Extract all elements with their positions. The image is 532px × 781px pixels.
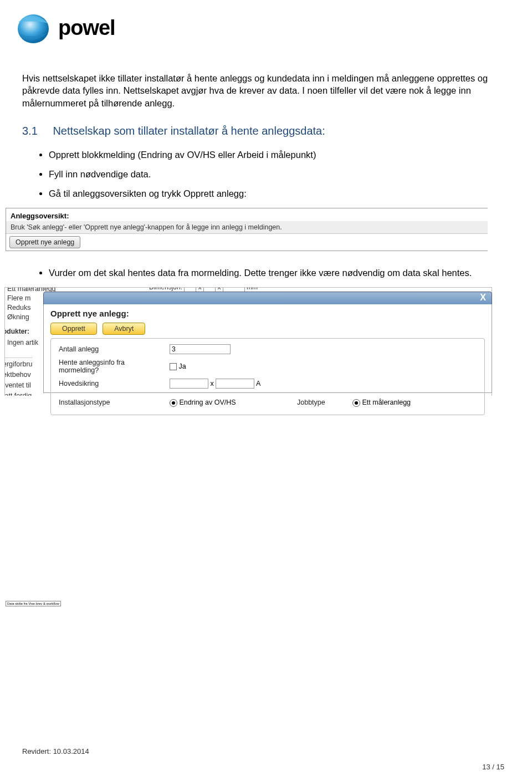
anleggsoversikt-panel: Anleggsoversikt: Bruk 'Søk anlegg'- elle… — [6, 208, 488, 251]
antall-anlegg-input[interactable] — [170, 344, 231, 354]
label-installasjonstype: Installasjonstype — [57, 391, 167, 409]
section-heading: 3.1 Nettselskap som tillater installatør… — [22, 125, 510, 137]
bg-text: ektbehov — [4, 370, 33, 380]
installasjonstype-option: Endring av OV/HS — [179, 399, 236, 406]
label-hovedsikring: Hovedsikring — [57, 376, 167, 391]
bg-text: odukter: — [4, 328, 29, 335]
section-number: 3.1 — [22, 125, 38, 137]
page-number: 13 / 15 — [482, 763, 504, 771]
label-ja: Ja — [178, 363, 186, 370]
modal-title: Opprett nye anlegg: — [50, 309, 485, 318]
opprett-button[interactable]: Opprett — [50, 323, 97, 335]
modal-titlebar: X — [43, 292, 492, 305]
hovedsikring-input-2[interactable] — [216, 379, 254, 389]
close-icon[interactable]: X — [480, 293, 486, 303]
label-x: x — [210, 380, 213, 387]
label-hente-mormelding: Hente anleggsinfo fra mormelding? — [57, 356, 167, 376]
list-item: Opprett blokkmelding (Endring av OV/HS e… — [49, 150, 510, 160]
list-item: Gå til anleggsoversikten og trykk Oppret… — [49, 188, 510, 199]
bullet-list-1: Opprett blokkmelding (Endring av OV/HS e… — [22, 150, 510, 199]
label-antall-anlegg: Antall anlegg — [57, 342, 167, 356]
panel-hint: Bruk 'Søk anlegg'- eller 'Opprett nye an… — [6, 221, 488, 233]
powel-logo-icon — [14, 11, 53, 44]
bullet-list-2: Vurder om det skal hentes data fra morme… — [22, 268, 510, 278]
hente-checkbox[interactable] — [170, 363, 177, 370]
panel-title: Anleggsoversikt: — [6, 208, 488, 221]
brand-header: powel — [14, 11, 510, 44]
hovedsikring-input-1[interactable] — [170, 379, 208, 389]
tiny-caption: Data skilte fra Vise brev & worklfow — [6, 601, 61, 606]
intro-paragraph: Hvis nettselskapet ikke tillater install… — [22, 72, 510, 109]
installasjonstype-radio[interactable] — [170, 399, 177, 407]
opprett-nye-anlegg-button[interactable]: Opprett nye anlegg — [9, 236, 80, 248]
bg-text: ergiforbru — [4, 359, 33, 370]
opprett-modal: Opprett nye anlegg: Opprett Avbryt Antal… — [43, 304, 492, 393]
jobbtype-radio[interactable] — [352, 399, 360, 407]
bg-text: tatt ferdig — [4, 391, 33, 396]
brand-name: powel — [58, 16, 115, 40]
label-ampere: A — [256, 380, 260, 387]
opprett-modal-screenshot: Ett måleranlegg Flere m Reduks Økning Di… — [4, 287, 492, 396]
bg-text: Ingen artik — [7, 339, 38, 346]
bg-text: rventet til — [4, 380, 33, 391]
list-item: Vurder om det skal hentes data fra morme… — [49, 268, 510, 278]
revised-date: Revidert: 10.03.2014 — [22, 747, 89, 756]
label-jobbtype: Jobbtype — [295, 391, 350, 409]
jobbtype-option: Ett måleranlegg — [362, 399, 411, 406]
avbryt-button[interactable]: Avbryt — [103, 323, 145, 335]
section-title: Nettselskap som tillater installatør å h… — [53, 125, 325, 137]
list-item: Fyll inn nødvendige data. — [49, 169, 510, 180]
modal-form-panel: Antall anlegg Hente anleggsinfo fra morm… — [50, 338, 485, 415]
